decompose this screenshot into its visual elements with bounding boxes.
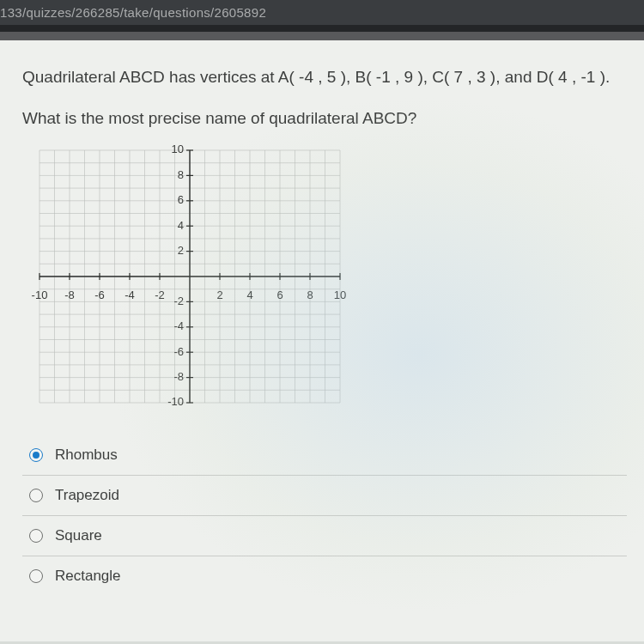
- svg-text:10: 10: [334, 289, 346, 301]
- answer-label: Rhombus: [55, 447, 118, 464]
- svg-text:-8: -8: [173, 370, 184, 383]
- svg-text:-10: -10: [167, 395, 184, 408]
- question-prompt-2: What is the most precise name of quadril…: [22, 106, 627, 131]
- svg-text:2: 2: [216, 289, 222, 301]
- answer-label: Rectangle: [55, 568, 121, 585]
- address-bar: 133/quizzes/266285/take/questions/260589…: [0, 0, 644, 25]
- answer-list: Rhombus Trapezoid Square Rectangle: [22, 435, 627, 596]
- svg-text:-10: -10: [32, 289, 48, 301]
- radio-icon: [29, 569, 43, 583]
- svg-text:4: 4: [246, 289, 252, 301]
- coordinate-grid: -10-8-6-4-2246810-10-8-6-4-2246810: [22, 143, 357, 410]
- answer-label: Trapezoid: [55, 487, 119, 504]
- svg-text:-4: -4: [173, 319, 184, 332]
- svg-text:-2: -2: [155, 289, 165, 301]
- answer-option-rectangle[interactable]: Rectangle: [22, 556, 627, 596]
- svg-text:-6: -6: [173, 345, 184, 358]
- tab-strip: [0, 25, 644, 32]
- svg-text:10: 10: [172, 143, 184, 155]
- svg-text:2: 2: [178, 244, 184, 257]
- svg-text:8: 8: [178, 168, 184, 181]
- answer-option-trapezoid[interactable]: Trapezoid: [22, 476, 627, 516]
- chrome-divider: [0, 32, 644, 40]
- radio-icon: [29, 448, 43, 462]
- svg-text:6: 6: [276, 289, 283, 301]
- radio-icon: [29, 489, 43, 502]
- answer-option-square[interactable]: Square: [22, 516, 627, 556]
- svg-text:-2: -2: [173, 295, 184, 307]
- svg-text:-8: -8: [64, 289, 75, 301]
- grid-svg: -10-8-6-4-2246810-10-8-6-4-2246810: [22, 143, 357, 410]
- radio-icon: [29, 529, 43, 543]
- answer-option-rhombus[interactable]: Rhombus: [22, 435, 627, 476]
- svg-text:-4: -4: [125, 289, 135, 301]
- svg-text:-6: -6: [94, 289, 105, 301]
- quiz-content: Quadrilateral ABCD has vertices at A( -4…: [0, 40, 644, 641]
- answer-label: Square: [55, 527, 102, 544]
- question-prompt-1: Quadrilateral ABCD has vertices at A( -4…: [22, 64, 627, 89]
- svg-text:4: 4: [178, 219, 184, 232]
- svg-text:6: 6: [178, 193, 184, 206]
- svg-text:8: 8: [307, 289, 313, 301]
